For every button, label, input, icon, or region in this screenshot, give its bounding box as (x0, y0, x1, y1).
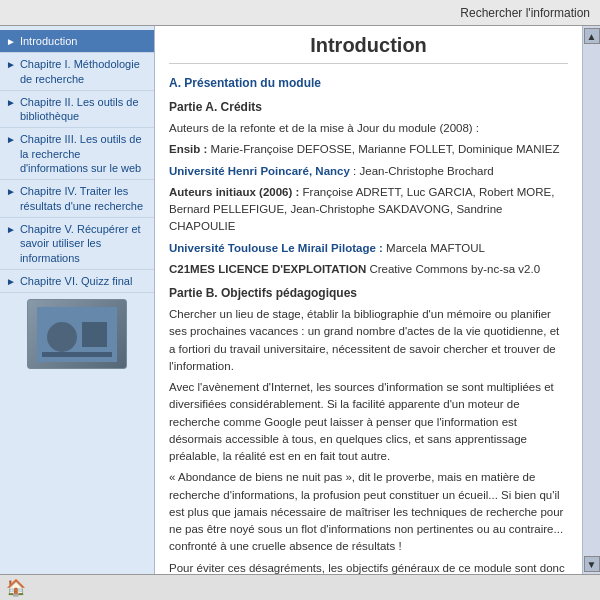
authors-initial-line: Auteurs initiaux (2006) : Françoise ADRE… (169, 184, 568, 236)
right-nav: ▲ ▼ (582, 26, 600, 574)
bottom-bar-icon: 🏠 (6, 578, 26, 597)
authors-initial-label: Auteurs initiaux (2006) : (169, 186, 299, 198)
university1: Université Henri Poincaré, Nancy (169, 165, 350, 177)
page-title: Introduction (169, 34, 568, 64)
arrow-icon-ch5: ► (6, 223, 16, 236)
para2: Avec l'avènement d'Internet, les sources… (169, 379, 568, 465)
university1-author-name: Jean-Christophe Brochard (359, 165, 493, 177)
top-bar: Rechercher l'information (0, 0, 600, 26)
authors-label: Auteurs de la refonte et de la mise à Jo… (169, 122, 479, 134)
arrow-icon: ► (6, 35, 16, 48)
arrow-icon-ch1: ► (6, 58, 16, 71)
sidebar-item-ch2[interactable]: ► Chapitre II. Les outils de bibliothèqu… (0, 91, 154, 129)
top-bar-title: Rechercher l'information (460, 6, 590, 20)
section-a-heading: A. Présentation du module (169, 74, 568, 92)
sidebar-item-label-ch5: Chapitre V. Récupérer et savoir utiliser… (20, 222, 148, 265)
license-value: Creative Commons by-nc-sa v2.0 (369, 263, 540, 275)
svg-rect-3 (42, 352, 112, 357)
sidebar-item-label-ch4: Chapitre IV. Traiter les résultats d'une… (20, 184, 148, 213)
sidebar-item-ch5[interactable]: ► Chapitre V. Récupérer et savoir utilis… (0, 218, 154, 270)
university2: Université Toulouse Le Mirail Pilotage : (169, 242, 383, 254)
bottom-bar: 🏠 (0, 574, 600, 600)
sidebar-item-intro[interactable]: ► Introduction (0, 30, 154, 53)
ensib-label: Ensib : (169, 143, 207, 155)
sidebar-item-ch3[interactable]: ► Chapitre III. Les outils de la recherc… (0, 128, 154, 180)
content-layout: ► Introduction ► Chapitre I. Méthodologi… (0, 26, 600, 574)
sidebar-image-area (0, 293, 154, 375)
part-b-label: Partie B. Objectifs pédagogiques (169, 284, 568, 302)
sidebar: ► Introduction ► Chapitre I. Méthodologi… (0, 26, 155, 574)
university1-line: Université Henri Poincaré, Nancy : Jean-… (169, 163, 568, 180)
sidebar-thumbnail (27, 299, 127, 369)
main-content: Introduction A. Présentation du module P… (155, 26, 582, 574)
sidebar-item-ch1[interactable]: ► Chapitre I. Méthodologie de recherche (0, 53, 154, 91)
sidebar-item-label-ch3: Chapitre III. Les outils de la recherche… (20, 132, 148, 175)
scroll-down-button[interactable]: ▼ (584, 556, 600, 572)
arrow-icon-ch2: ► (6, 96, 16, 109)
sidebar-item-label: Introduction (20, 34, 77, 48)
authors-line: Auteurs de la refonte et de la mise à Jo… (169, 120, 568, 137)
license-line: C21MES LICENCE D'EXPLOITATION Creative C… (169, 261, 568, 278)
university2-author: Marcela MAFTOUL (386, 242, 485, 254)
sidebar-item-ch4[interactable]: ► Chapitre IV. Traiter les résultats d'u… (0, 180, 154, 218)
part-a-label: Partie A. Crédits (169, 98, 568, 116)
sidebar-item-label-ch1: Chapitre I. Méthodologie de recherche (20, 57, 148, 86)
svg-rect-2 (82, 322, 107, 347)
university2-line: Université Toulouse Le Mirail Pilotage :… (169, 240, 568, 257)
para3: « Abondance de biens ne nuit pas », dit … (169, 469, 568, 555)
ensib-line: Ensib : Marie-Françoise DEFOSSE, Mariann… (169, 141, 568, 158)
sidebar-item-ch6[interactable]: ► Chapitre VI. Quizz final (0, 270, 154, 293)
sidebar-item-label-ch6: Chapitre VI. Quizz final (20, 274, 133, 288)
license-label: C21MES LICENCE D'EXPLOITATION (169, 263, 366, 275)
arrow-icon-ch4: ► (6, 185, 16, 198)
app-window: Rechercher l'information ► Introduction … (0, 0, 600, 600)
arrow-icon-ch6: ► (6, 275, 16, 288)
sidebar-item-label-ch2: Chapitre II. Les outils de bibliothèque (20, 95, 148, 124)
arrow-icon-ch3: ► (6, 133, 16, 146)
ensib-value: Marie-Françoise DEFOSSE, Marianne FOLLET… (211, 143, 560, 155)
svg-point-1 (47, 322, 77, 352)
para4: Pour éviter ces désagréments, les object… (169, 560, 568, 575)
scroll-up-button[interactable]: ▲ (584, 28, 600, 44)
para1: Chercher un lieu de stage, établir la bi… (169, 306, 568, 375)
